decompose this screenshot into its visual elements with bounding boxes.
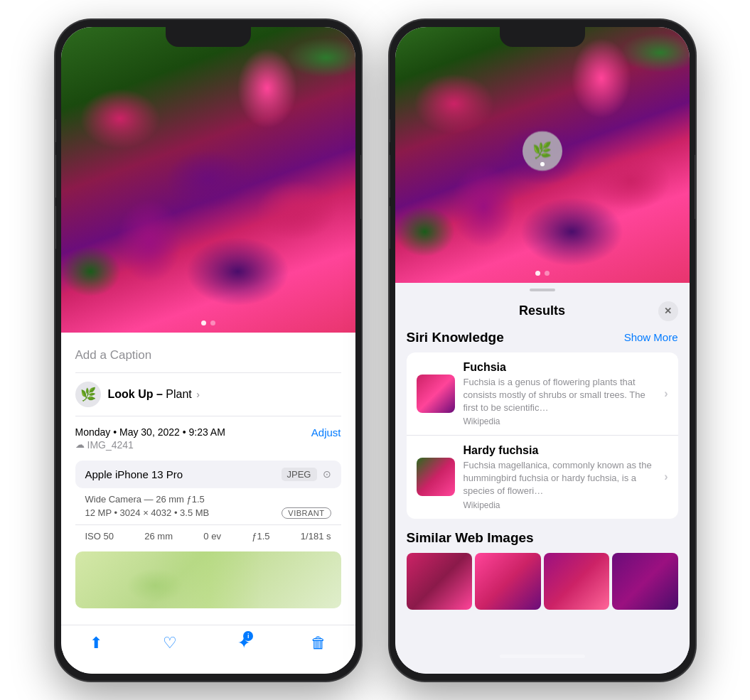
exif-iso: ISO 50	[85, 531, 114, 542]
bottom-toolbar: ⬆ ♡ ✦ i 🗑	[61, 625, 355, 674]
format-badge: JPEG	[282, 468, 317, 481]
lookup-row[interactable]: 🌿 Look Up – Plant ›	[75, 373, 341, 416]
vibrant-badge: VIBRANT	[282, 507, 331, 519]
meta-filename: ☁ IMG_4241	[75, 439, 225, 451]
info-button[interactable]: ✦ i	[237, 634, 250, 652]
device-badges: JPEG ⊙	[282, 468, 331, 481]
lookup-connector-dot	[540, 162, 545, 166]
hardy-description: Fuchsia magellanica, commonly known as t…	[464, 459, 656, 498]
similar-image-1[interactable]	[407, 553, 473, 610]
meta-row: Monday • May 30, 2022 • 9:23 AM ☁ IMG_42…	[75, 416, 341, 455]
show-more-button[interactable]: Show More	[624, 331, 678, 343]
map-area[interactable]	[75, 551, 341, 608]
similar-images-row	[407, 553, 678, 610]
hardy-text: Hardy fuchsia Fuchsia magellanica, commo…	[464, 444, 656, 510]
results-content: Siri Knowledge Show More Fuchsia Fuchsia…	[395, 330, 690, 610]
home-indicator	[166, 655, 251, 658]
exif-ev: 0 ev	[203, 531, 221, 542]
hardy-thumbnail	[417, 458, 455, 496]
hardy-name: Hardy fuchsia	[464, 444, 656, 457]
right-photo-area[interactable]: 🌿	[395, 27, 690, 283]
leaf-icon: 🌿	[80, 387, 96, 402]
device-name: Apple iPhone 13 Pro	[85, 468, 183, 480]
knowledge-item-fuchsia[interactable]: Fuchsia Fuchsia is a genus of flowering …	[407, 352, 678, 436]
camera-specs: Wide Camera — 26 mm ƒ1.5 12 MP • 3024 × …	[75, 488, 341, 522]
fuchsia-thumb-image	[417, 375, 455, 413]
photo-area[interactable]	[61, 27, 355, 333]
lookup-icon-circle: 🌿	[75, 382, 101, 407]
right-phone: 🌿 Results ✕ Siri Knowledge	[390, 20, 695, 681]
left-phone-screen: Add a Caption 🌿 Look Up – Plant › Monday…	[61, 27, 355, 674]
knowledge-item-hardy[interactable]: Hardy fuchsia Fuchsia magellanica, commo…	[407, 436, 678, 519]
share-button[interactable]: ⬆	[90, 634, 102, 652]
knowledge-card: Fuchsia Fuchsia is a genus of flowering …	[407, 352, 678, 519]
right-dot-1	[535, 271, 540, 276]
info-badge: i	[243, 631, 253, 641]
home-indicator-right	[500, 655, 585, 658]
similar-image-3[interactable]	[544, 553, 610, 610]
siri-knowledge-title: Siri Knowledge	[407, 330, 504, 345]
fuchsia-source: Wikipedia	[464, 416, 656, 426]
similar-images-section: Similar Web Images	[407, 530, 678, 610]
meta-date: Monday • May 30, 2022 • 9:23 AM	[75, 426, 225, 438]
camera-mp: 12 MP • 3024 × 4032 • 3.5 MB	[85, 507, 210, 518]
flower-overlay	[61, 27, 355, 333]
adjust-button[interactable]: Adjust	[311, 426, 341, 438]
exif-focal: 26 mm	[144, 531, 173, 542]
camera-wide: Wide Camera — 26 mm ƒ1.5	[85, 494, 331, 505]
drag-handle[interactable]	[530, 289, 555, 291]
info-area: Add a Caption 🌿 Look Up – Plant › Monday…	[61, 333, 355, 625]
siri-knowledge-header: Siri Knowledge Show More	[407, 330, 678, 345]
cloud-icon: ☁	[75, 439, 85, 450]
photo-dots	[61, 321, 355, 325]
hardy-chevron-icon: ›	[664, 470, 668, 483]
dot-2	[210, 321, 215, 325]
results-title: Results	[427, 303, 658, 318]
right-dot-2	[545, 271, 550, 276]
exif-aperture: ƒ1.5	[252, 531, 269, 542]
notch	[166, 27, 251, 47]
right-phone-screen: 🌿 Results ✕ Siri Knowledge	[395, 27, 690, 674]
similar-image-4[interactable]	[612, 553, 678, 610]
fuchsia-thumbnail	[417, 375, 455, 413]
delete-button[interactable]: 🗑	[311, 634, 326, 652]
results-header: Results ✕	[395, 296, 690, 330]
hardy-thumb-image	[417, 458, 455, 496]
caption-input[interactable]: Add a Caption	[75, 344, 341, 373]
fuchsia-name: Fuchsia	[464, 361, 656, 374]
fuchsia-description: Fuchsia is a genus of flowering plants t…	[464, 376, 656, 415]
exif-row: ISO 50 26 mm 0 ev ƒ1.5 1/181 s	[75, 524, 341, 547]
location-icon: ⊙	[323, 468, 331, 480]
fuchsia-text: Fuchsia Fuchsia is a genus of flowering …	[464, 361, 656, 427]
exif-shutter: 1/181 s	[301, 531, 331, 542]
leaf-lookup-icon: 🌿	[532, 141, 552, 160]
dot-1	[201, 321, 206, 325]
lookup-label: Look Up – Plant ›	[108, 388, 200, 401]
map-overlay	[75, 551, 341, 608]
similar-images-title: Similar Web Images	[407, 530, 678, 546]
lookup-chevron-icon: ›	[196, 389, 200, 400]
favorite-button[interactable]: ♡	[163, 634, 177, 652]
hardy-source: Wikipedia	[464, 500, 656, 510]
left-phone: Add a Caption 🌿 Look Up – Plant › Monday…	[55, 20, 361, 681]
similar-image-2[interactable]	[475, 553, 541, 610]
notch-right	[500, 27, 585, 47]
device-row: Apple iPhone 13 Pro JPEG ⊙	[75, 461, 341, 488]
results-panel: Results ✕ Siri Knowledge Show More	[395, 283, 690, 674]
close-button[interactable]: ✕	[658, 301, 678, 321]
right-photo-dots	[395, 271, 690, 276]
fuchsia-chevron-icon: ›	[664, 387, 668, 400]
photo-background	[61, 27, 355, 333]
